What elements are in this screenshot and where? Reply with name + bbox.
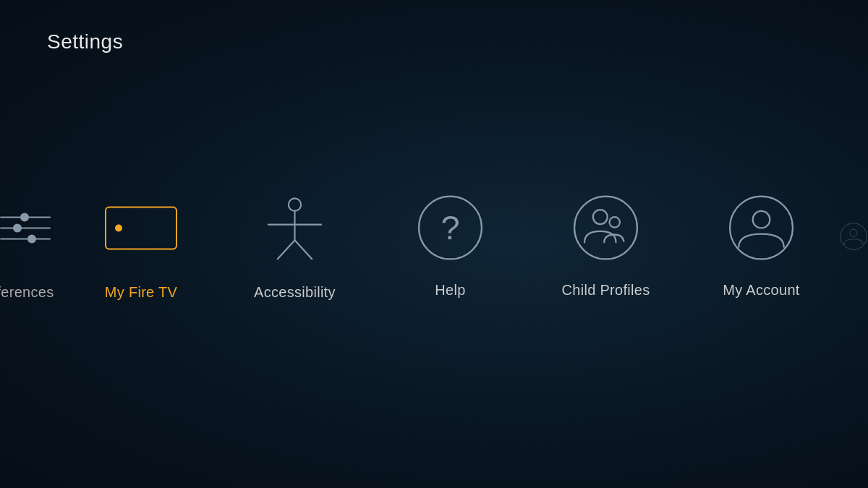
help-label: Help: [435, 282, 465, 299]
accessibility-icon: [260, 194, 329, 262]
sidebar-item-help[interactable]: ? Help: [373, 190, 528, 299]
sidebar-item-myfiretv[interactable]: My Fire TV: [65, 188, 217, 300]
child-profiles-label: Child Profiles: [561, 282, 650, 299]
svg-line-3: [278, 240, 295, 259]
accessibility-label: Accessibility: [254, 283, 336, 300]
sidebar-item-more[interactable]: [839, 197, 868, 292]
sidebar-item-accessibility[interactable]: Accessibility: [217, 188, 373, 300]
sidebar-item-child-profiles[interactable]: Child Profiles: [528, 190, 684, 299]
svg-point-7: [574, 197, 637, 260]
question-mark-icon: ?: [416, 194, 485, 262]
account-icon: [727, 194, 796, 262]
myfiretv-label: My Fire TV: [105, 283, 177, 300]
sidebar-item-preferences[interactable]: ferences: [0, 188, 65, 300]
svg-point-8: [593, 210, 608, 224]
svg-point-13: [850, 229, 857, 236]
svg-point-11: [753, 211, 770, 228]
remote-icon: [105, 206, 177, 249]
sidebar-item-my-account[interactable]: My Account: [684, 190, 839, 299]
settings-row: ferences My Fire TV Accessibility: [0, 188, 868, 300]
sliders-icon: [0, 216, 51, 240]
preferences-label: ferences: [0, 283, 54, 300]
svg-line-4: [295, 240, 312, 259]
page-title: Settings: [47, 30, 123, 53]
more-icon: [839, 198, 868, 274]
svg-point-0: [289, 198, 301, 210]
child-profiles-icon: [571, 194, 640, 262]
my-account-label: My Account: [723, 282, 799, 299]
svg-point-9: [609, 217, 619, 227]
svg-text:?: ?: [441, 208, 459, 247]
